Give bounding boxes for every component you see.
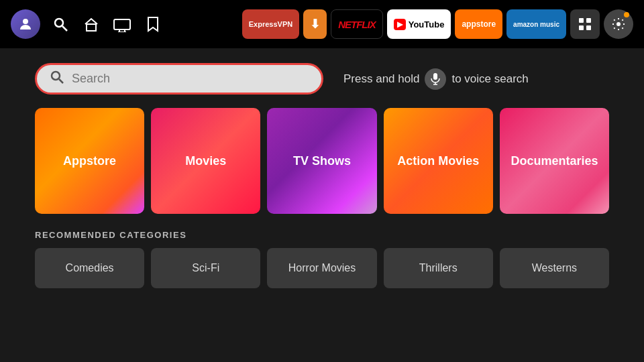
downloader-button[interactable]: ⬇: [303, 9, 327, 39]
svg-rect-9: [586, 18, 591, 23]
rec-thrillers[interactable]: Thrillers: [384, 248, 493, 288]
category-appstore[interactable]: Appstore: [35, 108, 144, 214]
svg-rect-4: [114, 19, 130, 29]
svg-rect-11: [586, 25, 591, 30]
recommended-title: RECOMMENDED CATEGORIES: [35, 230, 609, 240]
recommended-section: RECOMMENDED CATEGORIES Comedies Sci-Fi H…: [0, 230, 644, 288]
svg-rect-8: [579, 18, 584, 23]
search-icon: [50, 70, 64, 87]
svg-rect-15: [433, 73, 437, 80]
user-avatar[interactable]: [11, 9, 40, 39]
rec-westerns[interactable]: Westerns: [500, 248, 609, 288]
home-icon[interactable]: [80, 13, 102, 35]
appstore-nav-button[interactable]: appstore: [455, 9, 502, 39]
svg-line-14: [59, 79, 63, 83]
nav-left-icons: [11, 9, 164, 39]
category-documentaries[interactable]: Documentaries: [500, 108, 609, 214]
rec-comedies[interactable]: Comedies: [35, 248, 144, 288]
settings-notification-dot: [624, 12, 629, 17]
microphone-icon: [425, 68, 446, 90]
svg-line-2: [62, 26, 67, 31]
voice-search-hint: Press and hold to voice search: [343, 68, 609, 90]
search-section: Press and hold to voice search: [0, 48, 644, 108]
svg-point-1: [55, 19, 63, 27]
category-tvshows[interactable]: TV Shows: [267, 108, 376, 214]
grid-button[interactable]: [570, 9, 600, 39]
nav-apps: ExpressVPN ⬇ NETFLIX ▶ YouTube appstore …: [242, 9, 633, 39]
amazonmusic-button[interactable]: amazon music: [506, 9, 566, 39]
youtube-button[interactable]: ▶ YouTube: [387, 9, 451, 39]
rec-horror[interactable]: Horror Movies: [267, 248, 376, 288]
rec-scifi[interactable]: Sci-Fi: [151, 248, 260, 288]
category-movies[interactable]: Movies: [151, 108, 260, 214]
recommended-grid: Comedies Sci-Fi Horror Movies Thrillers …: [35, 248, 609, 288]
search-bar[interactable]: [35, 63, 323, 95]
svg-rect-10: [579, 25, 584, 30]
search-nav-icon[interactable]: [50, 13, 71, 35]
svg-rect-3: [87, 24, 96, 31]
categories-grid: Appstore Movies TV Shows Action Movies D…: [0, 108, 644, 214]
settings-button[interactable]: [604, 9, 633, 39]
search-input[interactable]: [72, 72, 308, 86]
bookmark-icon[interactable]: [142, 13, 164, 35]
svg-point-12: [616, 22, 621, 26]
category-action[interactable]: Action Movies: [384, 108, 493, 214]
svg-point-0: [23, 19, 28, 24]
top-nav: ExpressVPN ⬇ NETFLIX ▶ YouTube appstore …: [0, 0, 644, 48]
svg-point-13: [52, 72, 60, 80]
tv-icon[interactable]: [111, 13, 133, 35]
expressvpn-button[interactable]: ExpressVPN: [242, 9, 299, 39]
netflix-button[interactable]: NETFLIX: [331, 9, 383, 39]
